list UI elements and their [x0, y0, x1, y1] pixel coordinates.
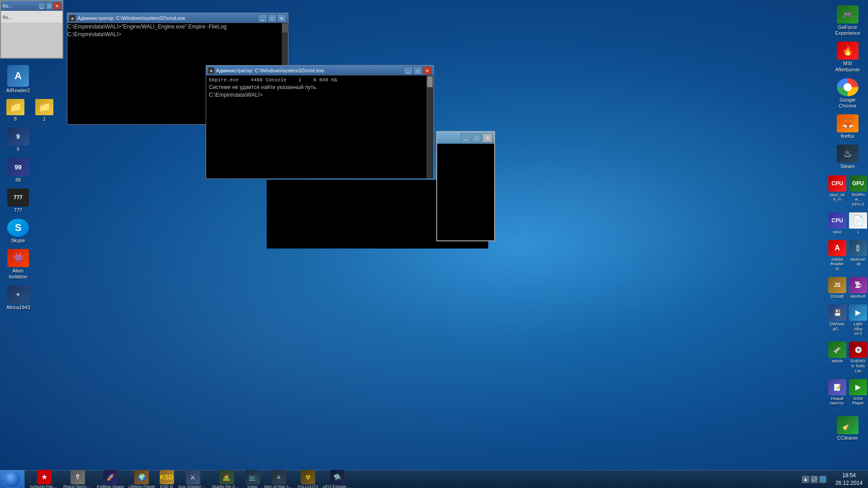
- icon-8[interactable]: 📁 8: [2, 97, 29, 124]
- skype-icon[interactable]: S Skype: [2, 217, 34, 245]
- jsgme-icon[interactable]: JS JSGME: [827, 275, 847, 301]
- tb-ksd3[interactable]: KSD KSD III: [158, 469, 176, 488]
- jsgme-winrar-group: JS JSGME 🗜 WinRAR: [827, 275, 868, 301]
- cmd-controls-2: _ □ ✕: [404, 66, 432, 75]
- systray: ▲ 🔊 🌐: [798, 476, 830, 483]
- darkcoin-icon[interactable]: ₿ darkcoin-qt: [848, 238, 868, 273]
- daemon-icon[interactable]: 💿 DAEMON Tools Lite: [848, 340, 868, 375]
- africa1943-icon[interactable]: ✈ Africa1943: [2, 284, 34, 312]
- endless-label: Endless Space: [97, 484, 124, 488]
- winrar-icon[interactable]: 🗜 WinRAR: [848, 275, 868, 301]
- systray-icon-2: 🔊: [811, 476, 818, 483]
- icon-99[interactable]: 99 99: [2, 156, 34, 185]
- cmd-title-2: Администратор: C:\Windows\system32\cmd.e…: [216, 68, 402, 73]
- cmd-controls-1: _ □ ✕: [258, 14, 286, 22]
- bottom-game-icons: ★ Achtung Panzer... 🎖 Rising StormRe... …: [28, 469, 354, 488]
- skype-label: Skype: [11, 238, 25, 244]
- label-1: 1: [43, 116, 46, 122]
- preview-content: [437, 144, 494, 240]
- icon-9[interactable]: 9 9: [2, 126, 34, 154]
- chrome-icon[interactable]: Google Chrome: [831, 76, 864, 111]
- icon-1[interactable]: 📁 1: [31, 97, 58, 124]
- cmd-restore-2[interactable]: □: [413, 66, 422, 75]
- steam-label: Steam: [840, 164, 855, 169]
- systray-icon-3: 🌐: [819, 476, 826, 483]
- adobe-dark-group: A Adobe Reader XI ₿ darkcoin-qt: [827, 238, 868, 273]
- cpu-gpu-group: CPU cpuz_x64_ru GPU TechPow... GPU-Z: [827, 174, 868, 209]
- dwsetup-icon[interactable]: 💾 DWSetupC...: [827, 303, 847, 338]
- emule-daemon-group: 🫏 eMule 💿 DAEMON Tools Lite: [827, 340, 868, 375]
- firefox-icon[interactable]: 🦊 firefox: [831, 113, 864, 141]
- emule-icon[interactable]: 🫏 eMule: [827, 340, 847, 375]
- steam-icon[interactable]: ♨ Steam: [831, 143, 864, 171]
- preview-titlebar[interactable]: _ □ ✕: [437, 132, 494, 144]
- left-sidebar: Ко... _ □ ✕ Ко... Ке A AIReader2 📁: [0, 0, 36, 470]
- desktop: Ко... _ □ ✕ Ко... Ке A AIReader2 📁: [0, 0, 868, 488]
- cmd-close-1[interactable]: ✕: [277, 14, 286, 22]
- lightalloy-icon[interactable]: ▶ Light Alloy v4.5: [848, 303, 868, 338]
- cmd-minimize-2[interactable]: _: [404, 66, 413, 75]
- tb-stubbs[interactable]: 🧟 Stubbs the Zombie: [210, 469, 243, 488]
- label-8: 8: [14, 116, 17, 122]
- clock-date: 26.12.2014: [835, 479, 863, 487]
- alien-icon[interactable]: 👾 Alien Isolation: [2, 247, 34, 282]
- chrome-label: Google Chrome: [833, 97, 862, 109]
- newtex-icon[interactable]: 📝 Новый текстос...: [827, 377, 847, 413]
- cmd-icon-2: ■: [208, 67, 214, 74]
- tb-achtung[interactable]: ★ Achtung Panzer...: [28, 469, 61, 488]
- geforce-icon[interactable]: 🎮 GeForce Experience: [831, 4, 864, 38]
- preview-restore[interactable]: □: [472, 133, 481, 142]
- cmd-scrollbar-2[interactable]: [426, 75, 434, 178]
- alien-label: Alien Isolation: [4, 268, 33, 280]
- start-button[interactable]: [0, 470, 24, 488]
- cmd-window-2[interactable]: ■ Администратор: C:\Windows\system32\cmd…: [206, 65, 434, 179]
- cmd-text-2: Empire.exe 4488 Console 1 6 848 КБ Систе…: [206, 75, 426, 178]
- cmd-minimize-1[interactable]: _: [258, 14, 267, 22]
- airead-icon[interactable]: A AIReader2: [2, 63, 34, 95]
- clock-time: 18:54: [835, 472, 863, 479]
- preview-close[interactable]: ✕: [482, 133, 492, 142]
- adobe-icon[interactable]: A Adobe Reader XI: [827, 238, 847, 273]
- icon-777[interactable]: 777 777: [2, 187, 34, 215]
- cmd-title-1: Администратор: C:\Windows\system32\cmd.e…: [77, 15, 256, 21]
- tb-endless[interactable]: 🚀 Endless Space: [95, 469, 126, 488]
- tb-ufo[interactable]: 🛸 UFO Extraterrestr...: [321, 469, 354, 488]
- cpuz-doc-group: CPU cpuz 📄 1: [827, 211, 868, 236]
- tb-fallout2[interactable]: ☢ FALLOUT2: [296, 469, 320, 488]
- gom-icon[interactable]: ▶ GOM Player: [848, 377, 868, 413]
- airead-label: AIReader2: [6, 88, 30, 94]
- tb-lifeless[interactable]: 🌍 Lifeless Planet: [127, 469, 157, 488]
- tb-menofwar[interactable]: ⚔ Men of War Assault S...: [263, 469, 295, 488]
- tb-tv4go[interactable]: 📺 tv4go: [244, 469, 262, 488]
- cmd-titlebar-2[interactable]: ■ Администратор: C:\Windows\system32\cmd…: [206, 66, 434, 75]
- cmd-titlebar-1[interactable]: ■ Администратор: C:\Windows\system32\cmd…: [67, 13, 288, 23]
- cpuz64-icon[interactable]: CPU cpuz_x64_ru: [827, 174, 847, 209]
- left-icon-group: A AIReader2 📁 8 📁 1 9 9 99 99: [2, 63, 58, 312]
- newtex-gom-group: 📝 Новый текстос... ▶ GOM Player: [827, 377, 868, 413]
- tb-guy[interactable]: ⚔ Guy Grigsby's W...: [177, 469, 209, 488]
- ccleaner-icon[interactable]: 🧹 CCleaner: [831, 414, 864, 443]
- preview-minimize[interactable]: _: [461, 133, 471, 142]
- techpow-icon[interactable]: GPU TechPow... GPU-Z: [848, 174, 868, 209]
- cmd-restore-1[interactable]: □: [268, 14, 277, 22]
- preview-window[interactable]: _ □ ✕: [436, 131, 495, 241]
- taskbar-items: ★ Achtung Panzer... 🎖 Rising StormRe... …: [24, 470, 798, 488]
- doc1-icon[interactable]: 📄 1: [848, 211, 868, 236]
- cmd-icon-1: ■: [69, 15, 75, 21]
- dw-la-group: 💾 DWSetupC... ▶ Light Alloy v4.5: [827, 303, 868, 338]
- cmd-close-2[interactable]: ✕: [423, 66, 432, 75]
- start-orb: [4, 471, 20, 488]
- taskbar: ★ Achtung Panzer... 🎖 Rising StormRe... …: [0, 470, 868, 488]
- msi-icon[interactable]: 🔥 MSI Afterburner: [831, 40, 864, 74]
- right-sidebar: 🎮 GeForce Experience 🔥 MSI Afterburner G…: [827, 0, 868, 470]
- cpuz-icon[interactable]: CPU cpuz: [827, 211, 847, 236]
- systray-icon-1: ▲: [802, 476, 809, 483]
- tb-rising[interactable]: 🎖 Rising StormRe...: [61, 469, 94, 488]
- small-window[interactable]: Ко... _ □ ✕ Ко...: [0, 0, 63, 59]
- taskbar-clock: 18:54 26.12.2014: [830, 472, 868, 487]
- preview-controls: _ □ ✕: [461, 133, 492, 142]
